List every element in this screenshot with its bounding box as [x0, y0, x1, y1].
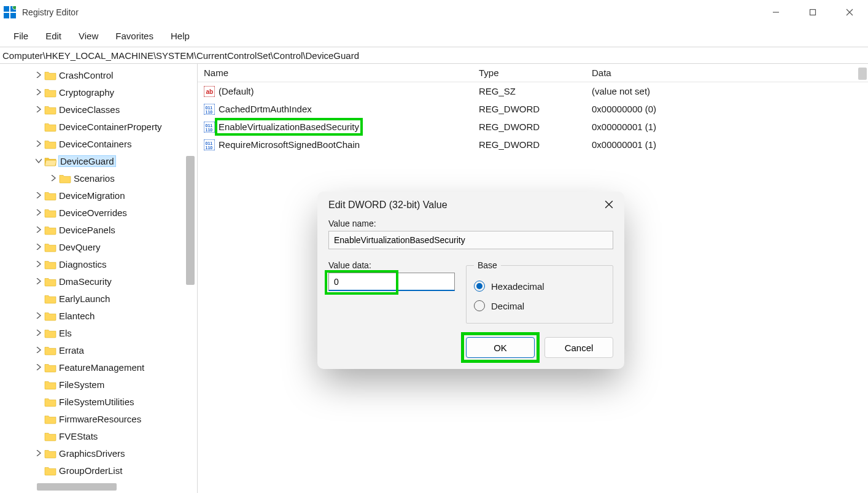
tree-item[interactable]: Elantech	[0, 307, 197, 324]
expand-icon[interactable]	[33, 330, 44, 336]
menu-view[interactable]: View	[70, 27, 107, 45]
table-row[interactable]: RequireMicrosoftSignedBootChainREG_DWORD…	[198, 136, 868, 153]
expand-icon[interactable]	[33, 278, 44, 284]
table-row[interactable]: CachedDrtmAuthIndexREG_DWORD0x00000000 (…	[198, 100, 868, 118]
tree-item[interactable]: Diagnostics	[0, 255, 197, 273]
table-row[interactable]: (Default)REG_SZ(value not set)	[198, 82, 868, 100]
folder-icon	[44, 259, 56, 270]
expand-icon[interactable]	[33, 312, 44, 319]
expand-icon[interactable]	[33, 364, 44, 370]
expand-icon[interactable]	[33, 261, 44, 267]
ok-button[interactable]: OK	[466, 337, 535, 358]
value-name-label: Value name:	[328, 219, 613, 228]
tree-item-label: DeviceGuard	[59, 156, 115, 166]
tree-item[interactable]: CrashControl	[0, 66, 197, 83]
dialog-close-button[interactable]	[605, 200, 613, 211]
folder-icon	[44, 208, 56, 218]
address-bar[interactable]: Computer\HKEY_LOCAL_MACHINE\SYSTEM\Curre…	[0, 47, 868, 64]
tree-item-label: Diagnostics	[59, 259, 107, 270]
reg-dword-icon	[204, 122, 215, 133]
close-button[interactable]	[831, 0, 868, 25]
value-name: RequireMicrosoftSignedBootChain	[219, 139, 360, 150]
tree-item[interactable]: FileSystemUtilities	[0, 393, 197, 410]
tree-item[interactable]: Errata	[0, 341, 197, 359]
tree-item[interactable]: DeviceGuard	[0, 152, 197, 169]
reg-string-icon	[204, 86, 215, 97]
tree-item[interactable]: Scenarios	[0, 169, 197, 187]
tree-horizontal-scrollbar[interactable]	[37, 483, 117, 491]
expand-icon[interactable]	[33, 72, 44, 78]
expand-icon[interactable]	[33, 209, 44, 215]
value-data-label: Value data:	[328, 260, 455, 270]
value-name-field[interactable]	[328, 231, 613, 249]
column-type[interactable]: Type	[473, 68, 586, 78]
radio-decimal[interactable]: Decimal	[474, 296, 605, 316]
tree-item-label: Errata	[59, 345, 84, 355]
table-header: Name Type Data	[198, 64, 868, 82]
menu-favorites[interactable]: Favorites	[107, 27, 162, 45]
tree-item[interactable]: DmaSecurity	[0, 273, 197, 290]
value-data-field[interactable]	[328, 273, 455, 291]
tree-item-label: DevQuery	[59, 242, 101, 252]
dialog-title: Edit DWORD (32-bit) Value	[328, 200, 448, 211]
table-row[interactable]: EnableVirtualizationBasedSecurityREG_DWO…	[198, 118, 868, 136]
radio-decimal-icon	[474, 300, 485, 311]
folder-icon	[44, 122, 56, 132]
expand-icon[interactable]	[33, 106, 44, 112]
tree-item[interactable]: FVEStats	[0, 427, 197, 444]
tree-item[interactable]: DeviceContainerProperty	[0, 118, 197, 135]
menu-file[interactable]: File	[5, 27, 37, 45]
value-data: 0x00000001 (1)	[586, 122, 868, 132]
tree-item[interactable]: GroupOrderList	[0, 462, 197, 479]
tree-item[interactable]: FeatureManagement	[0, 359, 197, 376]
tree-item-label: FeatureManagement	[59, 362, 144, 373]
expand-icon[interactable]	[33, 89, 44, 95]
maximize-button[interactable]	[794, 0, 831, 25]
expand-icon[interactable]	[33, 347, 44, 353]
expand-icon[interactable]	[33, 244, 44, 250]
column-name[interactable]: Name	[198, 68, 473, 78]
tree-item[interactable]: DeviceOverrides	[0, 204, 197, 221]
value-type: REG_DWORD	[473, 122, 586, 132]
menu-help[interactable]: Help	[162, 27, 198, 45]
tree-item[interactable]: FirmwareResources	[0, 410, 197, 427]
value-data: 0x00000001 (1)	[586, 139, 868, 150]
tree-vertical-scrollbar[interactable]	[186, 156, 195, 285]
tree-item-label: FileSystem	[59, 379, 104, 390]
base-fieldset: Base Hexadecimal Decimal	[466, 260, 613, 324]
expand-icon[interactable]	[33, 141, 44, 147]
values-vertical-scrollbar[interactable]	[858, 68, 867, 80]
column-data[interactable]: Data	[586, 68, 868, 78]
tree-item[interactable]: DeviceClasses	[0, 101, 197, 118]
tree-item-label: FirmwareResources	[59, 414, 141, 424]
tree-item-label: FVEStats	[59, 431, 98, 441]
expand-icon[interactable]	[33, 192, 44, 198]
tree-item-label: EarlyLaunch	[59, 293, 110, 304]
menu-edit[interactable]: Edit	[37, 27, 70, 45]
collapse-icon[interactable]	[33, 158, 44, 164]
app-icon	[4, 6, 16, 18]
expand-icon[interactable]	[48, 175, 59, 181]
folder-open-icon	[44, 156, 56, 166]
menubar: File Edit View Favorites Help	[0, 25, 868, 47]
value-data: 0x00000000 (0)	[586, 104, 868, 114]
radio-hexadecimal[interactable]: Hexadecimal	[474, 276, 605, 296]
tree-item[interactable]: DeviceContainers	[0, 135, 197, 152]
tree-item[interactable]: DevicePanels	[0, 221, 197, 238]
base-legend: Base	[474, 260, 501, 270]
tree-item[interactable]: DevQuery	[0, 238, 197, 255]
tree-item-label: CrashControl	[59, 70, 113, 80]
tree-item[interactable]: Cryptography	[0, 83, 197, 101]
expand-icon[interactable]	[33, 450, 44, 456]
folder-icon	[44, 345, 56, 355]
radio-decimal-label: Decimal	[491, 301, 524, 311]
expand-icon[interactable]	[33, 227, 44, 233]
tree-item[interactable]: Els	[0, 324, 197, 341]
tree-item[interactable]: FileSystem	[0, 376, 197, 393]
tree-item[interactable]: DeviceMigration	[0, 187, 197, 204]
cancel-button[interactable]: Cancel	[544, 337, 613, 358]
tree-item[interactable]: EarlyLaunch	[0, 290, 197, 307]
minimize-button[interactable]	[758, 0, 794, 25]
tree-item[interactable]: GraphicsDrivers	[0, 444, 197, 462]
folder-icon	[44, 276, 56, 287]
